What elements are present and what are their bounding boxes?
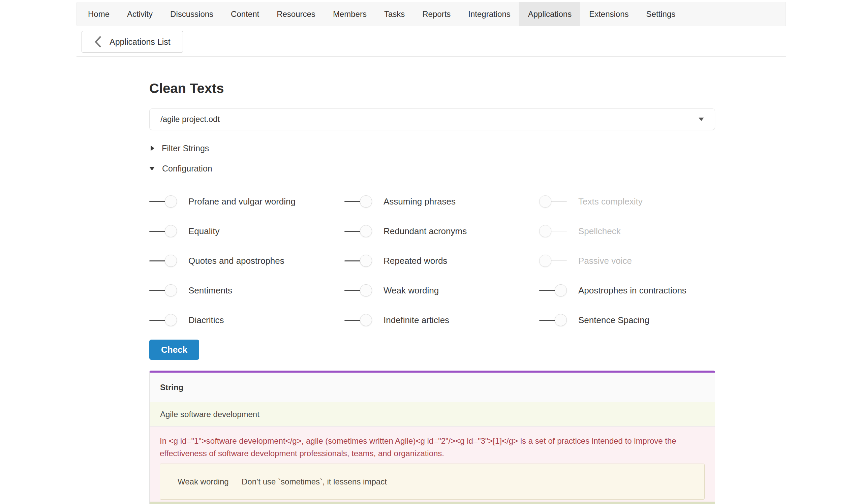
toggle-label: Sentiments bbox=[189, 285, 232, 296]
toggle-label: Redundant acronyms bbox=[383, 226, 467, 236]
toggle-label: Texts complexity bbox=[578, 196, 643, 207]
toggle-switch[interactable] bbox=[539, 314, 567, 326]
toggle-label: Sentence Spacing bbox=[578, 315, 649, 325]
triangle-down-icon bbox=[149, 167, 155, 170]
string-source-text: In <g id="1">software development</g>, a… bbox=[160, 434, 705, 459]
toggle-switch[interactable] bbox=[539, 254, 567, 267]
tab-extensions[interactable]: Extensions bbox=[580, 2, 637, 26]
configuration-toggle-grid: Profane and vulgar wording Assuming phra… bbox=[149, 187, 715, 335]
toggle-label: Equality bbox=[189, 226, 220, 236]
header-divider bbox=[76, 56, 786, 57]
toggle-switch[interactable] bbox=[149, 314, 177, 326]
toggle-switch[interactable] bbox=[344, 225, 372, 238]
tab-content[interactable]: Content bbox=[222, 2, 268, 26]
string-row: Agile software development bbox=[150, 402, 715, 427]
string-title: Agile software development bbox=[160, 410, 259, 419]
main-content: Clean Texts /agile project.odt Filter St… bbox=[149, 80, 715, 504]
tab-activity[interactable]: Activity bbox=[118, 2, 162, 26]
toggle-passive-voice: Passive voice bbox=[539, 254, 715, 267]
toggle-texts-complexity: Texts complexity bbox=[539, 195, 715, 208]
toggle-switch[interactable] bbox=[539, 195, 567, 208]
toggle-switch[interactable] bbox=[149, 254, 177, 267]
toggle-label: Apostrophes in contractions bbox=[578, 285, 687, 296]
toggle-label: Passive voice bbox=[578, 256, 632, 266]
tab-discussions[interactable]: Discussions bbox=[162, 2, 222, 26]
chevron-left-icon bbox=[94, 36, 102, 47]
toggle-spellcheck: Spellcheck bbox=[539, 225, 715, 238]
toggle-switch[interactable] bbox=[149, 225, 177, 238]
filter-strings-section-toggle[interactable]: Filter Strings bbox=[149, 143, 209, 153]
toggle-redundant-acronyms: Redundant acronyms bbox=[344, 225, 539, 238]
toggle-weak-wording: Weak wording bbox=[344, 284, 539, 297]
configuration-label: Configuration bbox=[162, 164, 212, 173]
toggle-sentence-spacing: Sentence Spacing bbox=[539, 314, 715, 326]
toggle-label: Assuming phrases bbox=[383, 196, 456, 207]
next-warning-box-edge bbox=[150, 502, 715, 504]
toggle-switch[interactable] bbox=[539, 225, 567, 238]
configuration-section-toggle[interactable]: Configuration bbox=[149, 163, 212, 173]
string-detail: In <g id="1">software development</g>, a… bbox=[150, 427, 715, 502]
toggle-switch[interactable] bbox=[344, 314, 372, 326]
filter-strings-label: Filter Strings bbox=[162, 143, 209, 153]
back-button-label: Applications List bbox=[109, 37, 170, 47]
chevron-down-icon bbox=[698, 118, 704, 121]
toggle-equality: Equality bbox=[149, 225, 344, 238]
toggle-label: Profane and vulgar wording bbox=[189, 196, 296, 207]
results-header: String bbox=[150, 372, 715, 402]
toggle-switch[interactable] bbox=[149, 284, 177, 297]
triangle-right-icon bbox=[151, 146, 154, 151]
warning-box: Weak wording Don’t use `sometimes`, it l… bbox=[160, 463, 705, 500]
results-header-label: String bbox=[160, 383, 183, 392]
toggle-label: Indefinite articles bbox=[383, 315, 449, 325]
tab-resources[interactable]: Resources bbox=[268, 2, 324, 26]
toggle-label: Weak wording bbox=[383, 285, 439, 296]
toggle-sentiments: Sentiments bbox=[149, 284, 344, 297]
tab-tasks[interactable]: Tasks bbox=[375, 2, 413, 26]
top-navigation: Home Activity Discussions Content Resour… bbox=[76, 2, 786, 26]
check-button[interactable]: Check bbox=[149, 340, 199, 360]
file-select[interactable]: /agile project.odt bbox=[149, 108, 715, 130]
toggle-switch[interactable] bbox=[149, 195, 177, 208]
toggle-switch[interactable] bbox=[344, 195, 372, 208]
toggle-apostrophes-in-contractions: Apostrophes in contractions bbox=[539, 284, 715, 297]
tab-reports[interactable]: Reports bbox=[413, 2, 459, 26]
toggle-profane-and-vulgar-wording: Profane and vulgar wording bbox=[149, 195, 344, 208]
toggle-quotes-and-apostrophes: Quotes and apostrophes bbox=[149, 254, 344, 267]
warning-message: Don’t use `sometimes`, it lessens impact bbox=[242, 477, 387, 487]
toggle-switch[interactable] bbox=[344, 284, 372, 297]
page-title: Clean Texts bbox=[149, 80, 715, 96]
tab-integrations[interactable]: Integrations bbox=[459, 2, 519, 26]
toggle-switch[interactable] bbox=[344, 254, 372, 267]
results-panel: String Agile software development In <g … bbox=[149, 371, 715, 504]
tab-applications[interactable]: Applications bbox=[519, 2, 580, 26]
toggle-assuming-phrases: Assuming phrases bbox=[344, 195, 539, 208]
tab-settings[interactable]: Settings bbox=[637, 2, 684, 26]
toggle-label: Spellcheck bbox=[578, 226, 621, 236]
toggle-indefinite-articles: Indefinite articles bbox=[344, 314, 539, 326]
file-select-value: /agile project.odt bbox=[161, 114, 220, 124]
warning-type: Weak wording bbox=[178, 477, 242, 487]
toggle-label: Diacritics bbox=[189, 315, 224, 325]
toggle-label: Repeated words bbox=[383, 256, 447, 266]
toggle-diacritics: Diacritics bbox=[149, 314, 344, 326]
toggle-label: Quotes and apostrophes bbox=[189, 256, 284, 266]
toggle-repeated-words: Repeated words bbox=[344, 254, 539, 267]
applications-list-back-button[interactable]: Applications List bbox=[81, 31, 183, 52]
tab-home[interactable]: Home bbox=[79, 2, 118, 26]
tab-members[interactable]: Members bbox=[324, 2, 375, 26]
toggle-switch[interactable] bbox=[539, 284, 567, 297]
